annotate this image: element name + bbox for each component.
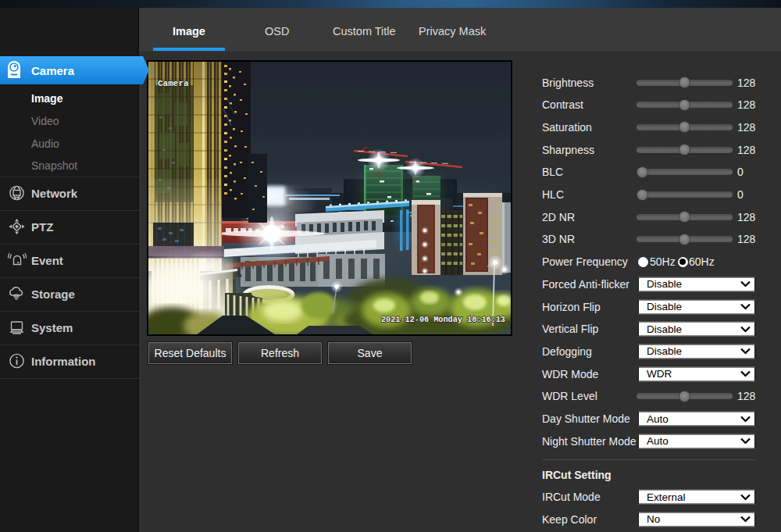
svg-text:2021-12-06 Monday 18:16:13: 2021-12-06 Monday 18:16:13: [381, 316, 505, 324]
svg-text:Camera: Camera: [158, 79, 189, 88]
